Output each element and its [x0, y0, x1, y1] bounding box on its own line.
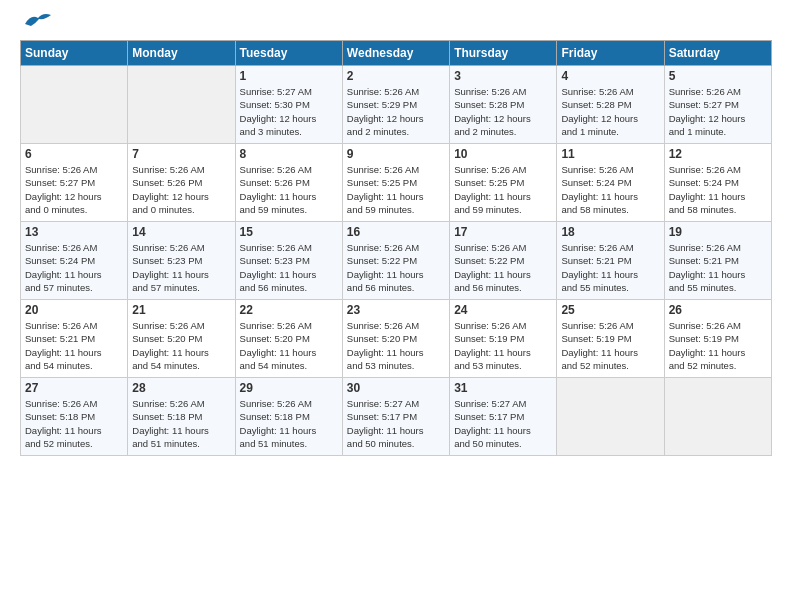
day-info: Sunrise: 5:27 AM Sunset: 5:17 PM Dayligh… [454, 397, 552, 450]
calendar-week-1: 1Sunrise: 5:27 AM Sunset: 5:30 PM Daylig… [21, 66, 772, 144]
calendar-cell: 13Sunrise: 5:26 AM Sunset: 5:24 PM Dayli… [21, 222, 128, 300]
day-info: Sunrise: 5:26 AM Sunset: 5:18 PM Dayligh… [25, 397, 123, 450]
day-info: Sunrise: 5:26 AM Sunset: 5:27 PM Dayligh… [669, 85, 767, 138]
day-number: 9 [347, 147, 445, 161]
day-info: Sunrise: 5:26 AM Sunset: 5:24 PM Dayligh… [669, 163, 767, 216]
weekday-header-row: SundayMondayTuesdayWednesdayThursdayFrid… [21, 41, 772, 66]
calendar-cell: 29Sunrise: 5:26 AM Sunset: 5:18 PM Dayli… [235, 378, 342, 456]
day-number: 7 [132, 147, 230, 161]
day-number: 11 [561, 147, 659, 161]
day-number: 23 [347, 303, 445, 317]
calendar-cell: 5Sunrise: 5:26 AM Sunset: 5:27 PM Daylig… [664, 66, 771, 144]
calendar-cell: 30Sunrise: 5:27 AM Sunset: 5:17 PM Dayli… [342, 378, 449, 456]
day-number: 4 [561, 69, 659, 83]
day-number: 13 [25, 225, 123, 239]
calendar-cell [664, 378, 771, 456]
day-number: 19 [669, 225, 767, 239]
calendar-cell: 15Sunrise: 5:26 AM Sunset: 5:23 PM Dayli… [235, 222, 342, 300]
day-info: Sunrise: 5:27 AM Sunset: 5:30 PM Dayligh… [240, 85, 338, 138]
day-info: Sunrise: 5:26 AM Sunset: 5:18 PM Dayligh… [240, 397, 338, 450]
day-number: 26 [669, 303, 767, 317]
day-info: Sunrise: 5:26 AM Sunset: 5:19 PM Dayligh… [561, 319, 659, 372]
day-number: 10 [454, 147, 552, 161]
day-info: Sunrise: 5:26 AM Sunset: 5:28 PM Dayligh… [561, 85, 659, 138]
day-number: 24 [454, 303, 552, 317]
day-number: 25 [561, 303, 659, 317]
day-number: 16 [347, 225, 445, 239]
day-info: Sunrise: 5:26 AM Sunset: 5:20 PM Dayligh… [240, 319, 338, 372]
day-info: Sunrise: 5:26 AM Sunset: 5:28 PM Dayligh… [454, 85, 552, 138]
page: SundayMondayTuesdayWednesdayThursdayFrid… [0, 0, 792, 612]
weekday-header-tuesday: Tuesday [235, 41, 342, 66]
weekday-header-sunday: Sunday [21, 41, 128, 66]
calendar-cell: 3Sunrise: 5:26 AM Sunset: 5:28 PM Daylig… [450, 66, 557, 144]
day-number: 6 [25, 147, 123, 161]
day-number: 14 [132, 225, 230, 239]
day-info: Sunrise: 5:26 AM Sunset: 5:26 PM Dayligh… [132, 163, 230, 216]
calendar-table: SundayMondayTuesdayWednesdayThursdayFrid… [20, 40, 772, 456]
calendar-cell: 23Sunrise: 5:26 AM Sunset: 5:20 PM Dayli… [342, 300, 449, 378]
weekday-header-wednesday: Wednesday [342, 41, 449, 66]
day-number: 30 [347, 381, 445, 395]
calendar-cell: 24Sunrise: 5:26 AM Sunset: 5:19 PM Dayli… [450, 300, 557, 378]
calendar-cell: 6Sunrise: 5:26 AM Sunset: 5:27 PM Daylig… [21, 144, 128, 222]
day-info: Sunrise: 5:26 AM Sunset: 5:25 PM Dayligh… [454, 163, 552, 216]
calendar-cell: 10Sunrise: 5:26 AM Sunset: 5:25 PM Dayli… [450, 144, 557, 222]
calendar-week-5: 27Sunrise: 5:26 AM Sunset: 5:18 PM Dayli… [21, 378, 772, 456]
day-number: 1 [240, 69, 338, 83]
day-info: Sunrise: 5:26 AM Sunset: 5:27 PM Dayligh… [25, 163, 123, 216]
calendar-cell: 28Sunrise: 5:26 AM Sunset: 5:18 PM Dayli… [128, 378, 235, 456]
day-info: Sunrise: 5:26 AM Sunset: 5:19 PM Dayligh… [669, 319, 767, 372]
calendar-cell: 12Sunrise: 5:26 AM Sunset: 5:24 PM Dayli… [664, 144, 771, 222]
calendar-cell: 20Sunrise: 5:26 AM Sunset: 5:21 PM Dayli… [21, 300, 128, 378]
day-number: 18 [561, 225, 659, 239]
day-info: Sunrise: 5:26 AM Sunset: 5:26 PM Dayligh… [240, 163, 338, 216]
calendar-cell: 11Sunrise: 5:26 AM Sunset: 5:24 PM Dayli… [557, 144, 664, 222]
calendar-cell: 14Sunrise: 5:26 AM Sunset: 5:23 PM Dayli… [128, 222, 235, 300]
day-info: Sunrise: 5:26 AM Sunset: 5:21 PM Dayligh… [25, 319, 123, 372]
weekday-header-thursday: Thursday [450, 41, 557, 66]
calendar-week-4: 20Sunrise: 5:26 AM Sunset: 5:21 PM Dayli… [21, 300, 772, 378]
day-number: 8 [240, 147, 338, 161]
calendar-cell [128, 66, 235, 144]
day-number: 2 [347, 69, 445, 83]
day-info: Sunrise: 5:27 AM Sunset: 5:17 PM Dayligh… [347, 397, 445, 450]
calendar-week-3: 13Sunrise: 5:26 AM Sunset: 5:24 PM Dayli… [21, 222, 772, 300]
calendar-cell: 26Sunrise: 5:26 AM Sunset: 5:19 PM Dayli… [664, 300, 771, 378]
day-number: 22 [240, 303, 338, 317]
day-number: 20 [25, 303, 123, 317]
calendar-cell: 31Sunrise: 5:27 AM Sunset: 5:17 PM Dayli… [450, 378, 557, 456]
day-number: 12 [669, 147, 767, 161]
calendar-cell: 1Sunrise: 5:27 AM Sunset: 5:30 PM Daylig… [235, 66, 342, 144]
calendar-cell: 27Sunrise: 5:26 AM Sunset: 5:18 PM Dayli… [21, 378, 128, 456]
day-number: 21 [132, 303, 230, 317]
day-number: 15 [240, 225, 338, 239]
day-info: Sunrise: 5:26 AM Sunset: 5:21 PM Dayligh… [561, 241, 659, 294]
calendar-cell: 21Sunrise: 5:26 AM Sunset: 5:20 PM Dayli… [128, 300, 235, 378]
calendar-cell: 4Sunrise: 5:26 AM Sunset: 5:28 PM Daylig… [557, 66, 664, 144]
day-info: Sunrise: 5:26 AM Sunset: 5:23 PM Dayligh… [240, 241, 338, 294]
weekday-header-monday: Monday [128, 41, 235, 66]
day-info: Sunrise: 5:26 AM Sunset: 5:21 PM Dayligh… [669, 241, 767, 294]
logo [20, 16, 53, 30]
day-info: Sunrise: 5:26 AM Sunset: 5:19 PM Dayligh… [454, 319, 552, 372]
weekday-header-saturday: Saturday [664, 41, 771, 66]
day-info: Sunrise: 5:26 AM Sunset: 5:24 PM Dayligh… [561, 163, 659, 216]
calendar-cell: 25Sunrise: 5:26 AM Sunset: 5:19 PM Dayli… [557, 300, 664, 378]
day-info: Sunrise: 5:26 AM Sunset: 5:24 PM Dayligh… [25, 241, 123, 294]
day-info: Sunrise: 5:26 AM Sunset: 5:22 PM Dayligh… [454, 241, 552, 294]
calendar-cell: 8Sunrise: 5:26 AM Sunset: 5:26 PM Daylig… [235, 144, 342, 222]
calendar-cell: 2Sunrise: 5:26 AM Sunset: 5:29 PM Daylig… [342, 66, 449, 144]
calendar-cell: 16Sunrise: 5:26 AM Sunset: 5:22 PM Dayli… [342, 222, 449, 300]
day-number: 17 [454, 225, 552, 239]
calendar-cell [557, 378, 664, 456]
day-number: 29 [240, 381, 338, 395]
day-number: 27 [25, 381, 123, 395]
day-info: Sunrise: 5:26 AM Sunset: 5:20 PM Dayligh… [132, 319, 230, 372]
day-info: Sunrise: 5:26 AM Sunset: 5:29 PM Dayligh… [347, 85, 445, 138]
day-number: 5 [669, 69, 767, 83]
calendar-cell [21, 66, 128, 144]
day-number: 28 [132, 381, 230, 395]
calendar-cell: 17Sunrise: 5:26 AM Sunset: 5:22 PM Dayli… [450, 222, 557, 300]
day-info: Sunrise: 5:26 AM Sunset: 5:22 PM Dayligh… [347, 241, 445, 294]
